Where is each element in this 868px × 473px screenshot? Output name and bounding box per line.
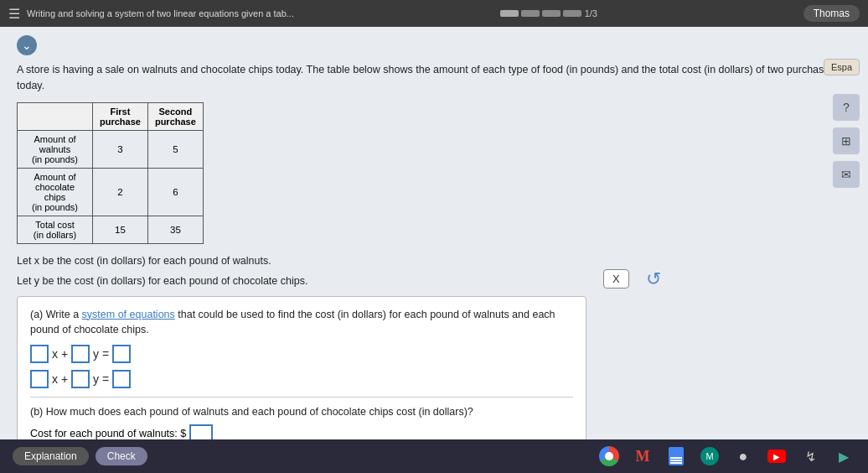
mail-icon-button[interactable]: ✉ [833,161,860,188]
equation-2-row: x + y = [30,370,573,388]
section-divider [30,397,573,398]
eq2-x: x + [52,372,68,386]
x-clear-button[interactable]: X [603,269,629,288]
page-title: Writing and solving a system of two line… [27,8,294,18]
data-table: Firstpurchase Secondpurchase Amount ofwa… [17,102,204,244]
row-label-total: Total cost(in dollars) [18,216,93,243]
walnuts-cost-input[interactable] [189,424,213,439]
walnuts-cost-label: Cost for each pound of walnuts: $ [30,428,186,439]
system-link[interactable]: system of equations [82,309,175,320]
main-content: Espa ⌄ A store is having a sale on walnu… [0,27,868,439]
top-bar-left: ☰ Writing and solving a system of two li… [8,6,294,22]
col-header-first: Firstpurchase [93,102,148,130]
bottom-tabs: Explanation Check [13,447,147,465]
check-tab[interactable]: Check [96,447,147,465]
eq2-coef2-input[interactable] [71,370,90,388]
docs-icon[interactable] [664,444,688,468]
dots-icon[interactable]: ● [731,444,755,468]
chevron-down-button[interactable]: ⌄ [17,35,37,55]
progress-segments [500,10,581,17]
eq1-coef1-input[interactable] [30,345,49,363]
user-button[interactable]: Thomas [803,5,860,22]
col-header-second: Secondpurchase [147,102,203,130]
eq1-result-input[interactable] [112,345,131,363]
espanol-button[interactable]: Espa [824,59,860,75]
menu-icon[interactable]: ☰ [8,6,20,22]
gmail-icon[interactable]: M [631,444,654,468]
let-x-text: Let x be the cost (in dollars) for each … [17,252,851,269]
segment-1 [500,10,519,17]
progress-label: 1/3 [585,8,597,18]
segment-2 [521,10,540,17]
taskbar-icons: M M ● ▶ ↯ ▶ [597,444,855,468]
chrome-icon[interactable] [597,444,621,468]
forward-arrow-icon[interactable]: ↯ [798,444,822,468]
cell-total-second: 35 [147,216,203,243]
table-row: Amount ofchocolate chips(in pounds) 2 6 [18,168,204,216]
table-icon-button[interactable]: ⊞ [833,127,860,154]
top-bar: ☰ Writing and solving a system of two li… [0,0,868,27]
meet-icon[interactable]: M [698,444,721,468]
row-label-walnuts: Amount ofwalnuts(in pounds) [18,130,93,168]
play-button-icon[interactable]: ▶ [832,444,855,468]
youtube-icon[interactable]: ▶ [765,444,788,468]
part-a-prefix: (a) Write a [30,309,79,320]
cell-total-first: 15 [93,216,148,243]
help-icon-button[interactable]: ? [833,94,860,121]
eq1-coef2-input[interactable] [71,345,90,363]
eq1-x: x + [52,347,68,361]
eq1-y-eq: y = [93,347,109,361]
bottom-bar: Explanation Check M M ● ▶ ↯ ▶ [0,439,868,473]
row-label-choco: Amount ofchocolate chips(in pounds) [18,168,93,216]
question-mark-icon: ? [843,101,850,114]
segment-4 [563,10,581,17]
explanation-tab[interactable]: Explanation [13,447,89,465]
eq2-coef1-input[interactable] [30,370,49,388]
answer-section: (a) Write a system of equations that cou… [17,296,586,440]
let-y-text: Let y be the cost (in dollars) for each … [17,273,851,289]
envelope-icon: ✉ [841,168,851,181]
eq2-result-input[interactable] [112,370,131,388]
right-icons: ? ⊞ ✉ [833,94,860,188]
equation-1-row: x + y = [30,345,573,363]
grid-icon: ⊞ [841,134,851,148]
cell-walnuts-second: 5 [147,130,203,168]
eq2-y-eq: y = [93,372,109,386]
cell-choco-first: 2 [93,168,148,216]
progress-container: 1/3 [500,8,597,18]
undo-button[interactable]: ↺ [646,270,661,288]
segment-3 [542,10,561,17]
part-a-label: (a) Write a system of equations that cou… [30,307,573,339]
part-b-label: (b) How much does each pound of walnuts … [30,406,573,418]
cell-choco-second: 6 [147,168,203,216]
walnuts-cost-row: Cost for each pound of walnuts: $ [30,424,573,439]
table-row: Total cost(in dollars) 15 35 [18,216,204,243]
cell-walnuts-first: 3 [93,130,148,168]
table-row: Amount ofwalnuts(in pounds) 3 5 [18,130,204,168]
problem-intro: A store is having a sale on walnuts and … [17,62,851,94]
